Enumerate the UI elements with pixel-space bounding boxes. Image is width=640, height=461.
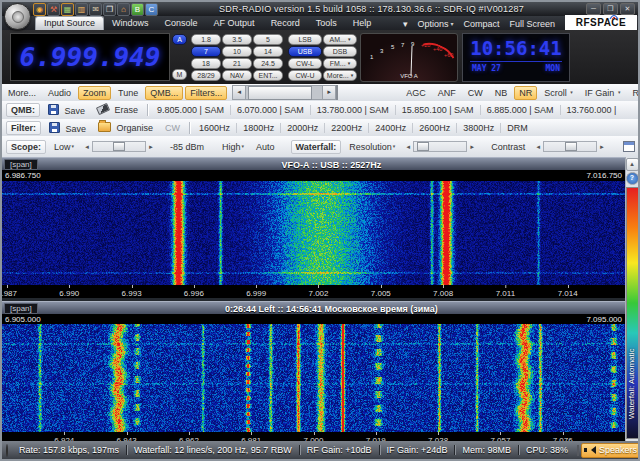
- band-button[interactable]: NAV: [222, 70, 252, 81]
- quick-access-icon[interactable]: C: [145, 3, 158, 16]
- band-button[interactable]: 21: [222, 58, 252, 69]
- resolution-slider[interactable]: ◄ ►: [403, 141, 477, 152]
- mode-button[interactable]: CW-L: [288, 58, 322, 69]
- dsp-toggle[interactable]: ANF: [433, 86, 461, 100]
- dsp-toggle[interactable]: AGC: [401, 86, 431, 100]
- filter-organise-button[interactable]: Organise: [93, 120, 158, 135]
- gain-dropdown[interactable]: Scroll ▾: [539, 86, 578, 100]
- scope-low-dropdown[interactable]: Low▾: [49, 140, 79, 154]
- span-indicator[interactable]: [span]: [4, 159, 38, 170]
- slider-thumb[interactable]: [113, 142, 125, 151]
- filter-width-option[interactable]: 2200Hz: [324, 123, 368, 133]
- mode-button[interactable]: CW-U: [288, 70, 322, 81]
- ribbon-collapse-icon[interactable]: ▾: [403, 19, 408, 29]
- menu-tab[interactable]: AF Output: [206, 17, 263, 30]
- qmb-memory[interactable]: 13.760.000 |: [560, 105, 623, 115]
- speakers-button[interactable]: Speakers: [581, 443, 640, 458]
- dsp-toggle[interactable]: CW: [463, 86, 488, 100]
- slider-left-icon[interactable]: ◄: [82, 144, 92, 150]
- toolbar-button[interactable]: More...: [3, 86, 41, 100]
- filter-width-option[interactable]: 3800Hz: [456, 123, 500, 133]
- band-button[interactable]: 5: [253, 34, 283, 45]
- menu-tab[interactable]: Tools: [308, 17, 345, 30]
- scroll-left-icon[interactable]: ◄: [232, 85, 246, 100]
- waterfall1-header[interactable]: [span] VFO-A :: USB :: 2527Hz: [2, 157, 625, 171]
- filter-width-option[interactable]: 2600Hz: [412, 123, 456, 133]
- quick-access-icon[interactable]: B: [131, 3, 144, 16]
- band-button[interactable]: 14: [253, 46, 283, 57]
- filter-width-option[interactable]: 1800Hz: [236, 123, 280, 133]
- toolbar-button[interactable]: Zoom: [78, 86, 111, 100]
- collapse-panel-icon[interactable]: ▴: [626, 158, 639, 171]
- qmb-memory[interactable]: 13.780.000 | SAM: [310, 105, 395, 115]
- slider-right-icon[interactable]: ►: [467, 144, 477, 150]
- band-button[interactable]: 7: [191, 46, 221, 57]
- toolbar-button[interactable]: QMB...: [145, 86, 183, 100]
- mode-button[interactable]: FM... ▾: [323, 58, 357, 69]
- resolution-dropdown[interactable]: Resolution▾: [344, 140, 400, 154]
- frequency-display[interactable]: 6.999.949: [10, 33, 170, 81]
- contrast-slider[interactable]: ◄ ►: [533, 141, 607, 152]
- mode-button[interactable]: DSB: [323, 46, 357, 57]
- scroll-right-icon[interactable]: ►: [322, 85, 336, 100]
- slider-thumb[interactable]: [417, 142, 429, 151]
- memory-button[interactable]: M: [172, 69, 187, 80]
- band-button[interactable]: ENT...: [253, 70, 283, 81]
- band-button[interactable]: 18: [191, 58, 221, 69]
- quick-access-icon[interactable]: ▥: [75, 3, 88, 16]
- mode-button[interactable]: AM... ▾: [323, 34, 357, 45]
- waterfall2-header[interactable]: [span] 0:26:44 Left :: 14:56:41 Московск…: [2, 301, 625, 315]
- filter-save-button[interactable]: Save: [44, 120, 91, 136]
- qmb-erase-button[interactable]: Erase: [92, 103, 143, 117]
- toolbar-button[interactable]: Audio: [43, 86, 76, 100]
- filter-width-option[interactable]: 2000Hz: [280, 123, 324, 133]
- span-indicator[interactable]: [span]: [4, 303, 38, 314]
- qmb-memory[interactable]: 6.885.000 | SAM: [480, 105, 560, 115]
- menu-tab[interactable]: Record: [263, 17, 308, 30]
- filter-width-option[interactable]: 2400Hz: [368, 123, 412, 133]
- filter-width-option[interactable]: DRM: [500, 123, 534, 133]
- slider-right-icon[interactable]: ►: [597, 144, 607, 150]
- scope-low-slider[interactable]: ◄ ►: [82, 141, 156, 152]
- app-menu-orb[interactable]: [4, 3, 31, 30]
- help-icon[interactable]: ?: [626, 172, 639, 185]
- band-button[interactable]: 24.5: [253, 58, 283, 69]
- band-button[interactable]: 28/29: [191, 70, 221, 81]
- gain-dropdown[interactable]: RF Gain ▾: [627, 86, 640, 100]
- mode-button[interactable]: USB: [288, 46, 322, 57]
- band-button[interactable]: 10: [222, 46, 252, 57]
- band-button[interactable]: 3.5: [222, 34, 252, 45]
- dsp-toggle[interactable]: NB: [490, 86, 513, 100]
- quick-access-icon[interactable]: ❐: [103, 3, 116, 16]
- quick-access-icon[interactable]: ✉: [89, 3, 102, 16]
- mode-button[interactable]: LSB: [288, 34, 322, 45]
- vfo-a-button[interactable]: A: [172, 34, 187, 45]
- toolbar-button[interactable]: Filters...: [185, 86, 227, 100]
- gain-dropdown[interactable]: IF Gain ▾: [580, 86, 626, 100]
- scrollbar-track[interactable]: [246, 85, 322, 100]
- compact-button[interactable]: Compact: [463, 19, 499, 29]
- waterfall-display-1[interactable]: [2, 181, 629, 285]
- qmb-memory[interactable]: 9.805.000 | SAM: [151, 105, 230, 115]
- quick-access-icon[interactable]: ▦: [61, 3, 74, 16]
- close-button[interactable]: ✕: [620, 3, 635, 15]
- tuning-scrollbar[interactable]: ◄ ►: [232, 86, 336, 99]
- menu-tab[interactable]: Windows: [104, 17, 157, 30]
- qmb-memory[interactable]: 6.070.000 | SAM: [230, 105, 310, 115]
- dsp-toggle[interactable]: NR: [514, 86, 537, 100]
- toolbar-button[interactable]: Tune: [113, 86, 143, 100]
- menu-tab[interactable]: Console: [157, 17, 206, 30]
- slider-thumb[interactable]: [565, 142, 577, 151]
- slider-right-icon[interactable]: ►: [146, 144, 156, 150]
- waterfall-display-2[interactable]: [2, 324, 629, 432]
- band-button[interactable]: 1.8: [191, 34, 221, 45]
- filter-width-option[interactable]: 1600Hz: [193, 123, 236, 133]
- waterfall-color-legend[interactable]: Waterfall: Automatic: [626, 187, 639, 439]
- fullscreen-button[interactable]: Full Screen: [509, 19, 555, 29]
- slider-left-icon[interactable]: ◄: [533, 144, 543, 150]
- menu-tab[interactable]: Help: [345, 17, 380, 30]
- waterfall-options-button[interactable]: ...: [616, 139, 640, 155]
- qmb-memory[interactable]: 15.850.100 | SAM: [395, 105, 480, 115]
- menu-tab[interactable]: Input Source: [35, 16, 104, 30]
- minimize-button[interactable]: ─: [586, 3, 601, 15]
